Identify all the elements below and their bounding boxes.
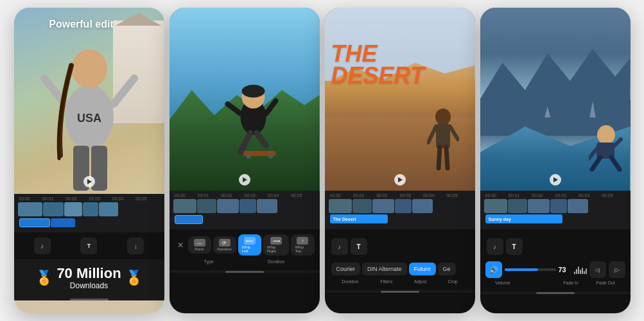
card3-photo: Add text and overlays THEDESERT (325, 8, 475, 191)
label-volume-4: Volume (495, 281, 510, 285)
font-ge[interactable]: Ge (438, 263, 456, 275)
tl-num-3: 00:03 (89, 196, 112, 201)
c2-blue-clip[interactable] (175, 215, 203, 224)
card1-toolbar: ♪ T ↓ (14, 232, 164, 259)
c2-num-2: 00:02 (221, 193, 244, 198)
c3-num-3: 00:03 (399, 193, 422, 198)
music-bar[interactable]: Sunny day (485, 214, 562, 223)
laurel-left-icon: 🏅 (35, 270, 53, 286)
font-futuro[interactable]: Futuro (409, 263, 436, 275)
svg-line-28 (611, 157, 620, 169)
label-duration-3: Duration (342, 279, 358, 284)
volume-slider[interactable] (505, 268, 556, 271)
c4-clip-4[interactable] (550, 199, 567, 213)
duration-label: Duration (268, 259, 284, 264)
volume-icon[interactable]: 🔊 (485, 261, 502, 278)
music-icon-4[interactable]: ♪ (487, 238, 503, 255)
c4-clip-2[interactable] (508, 199, 527, 213)
c2-num-1: 00:01 (198, 193, 221, 198)
clip-2[interactable] (43, 202, 64, 216)
laurel-right-icon: 🏅 (125, 270, 143, 286)
clip-1[interactable] (18, 202, 42, 216)
card1-photo: Powerful editing USA (14, 8, 164, 194)
card1-play-button[interactable] (83, 176, 95, 187)
c3-clip-2[interactable] (352, 199, 372, 213)
phone-card-3: Add text and overlays THEDESERT (325, 8, 475, 313)
clip-3[interactable] (64, 202, 82, 216)
text-icon-4[interactable]: T (506, 238, 523, 255)
label-fadeout-4: Fade Out (596, 281, 615, 285)
c2-clip-5[interactable] (257, 199, 277, 213)
c3-clip-1[interactable] (329, 199, 352, 213)
type-label: Type (204, 259, 214, 264)
svg-point-17 (435, 108, 451, 125)
fade-in-icon[interactable]: ◁| (589, 261, 606, 278)
whipright-icon: ⟶ (270, 237, 282, 245)
card2-clips (172, 199, 317, 213)
volume-number: 73 (559, 266, 571, 273)
card3-clips (327, 199, 473, 213)
c2-clip-4[interactable] (239, 199, 256, 213)
card2-photo: Pick your favorite moments (170, 8, 320, 191)
text-icon-3[interactable]: T (351, 238, 367, 255)
card4-play-button[interactable] (550, 174, 561, 186)
waveform-icon (574, 265, 587, 274)
tl-num-0: 00:00 (19, 196, 42, 201)
c2-clip-3[interactable] (217, 199, 239, 213)
blue-clip-2[interactable] (51, 218, 75, 227)
c4-num-4: 00:04 (579, 193, 602, 198)
c3-clip-4[interactable] (395, 199, 412, 213)
c4-clip-3[interactable] (528, 199, 550, 213)
download-tool-icon[interactable]: ↓ (127, 238, 144, 254)
phone-card-4: Add music and sound effects (480, 8, 631, 313)
c2-clip-1[interactable] (173, 199, 196, 213)
play-icon (87, 179, 92, 184)
phone-card-2: Pick your favorite moments (170, 8, 320, 313)
close-button[interactable]: ✕ (175, 238, 186, 252)
transition-whipleft[interactable]: ⟵ Whip Left (238, 234, 262, 256)
c3-clip-3[interactable] (372, 199, 394, 213)
c4-clip-5[interactable] (568, 199, 588, 213)
card2-play-button[interactable] (239, 174, 250, 186)
tl-num-5: 00:05 (135, 196, 159, 201)
c3-num-4: 00:04 (423, 193, 446, 198)
tl-num-2: 00:02 (65, 196, 89, 201)
tl-num-1: 00:01 (42, 196, 65, 201)
clip-4[interactable] (83, 202, 98, 216)
blue-clip-1[interactable] (19, 218, 50, 227)
whipleft-icon: ⟵ (244, 237, 256, 245)
font-courier[interactable]: Courier (331, 263, 361, 275)
svg-line-12 (240, 133, 250, 152)
svg-point-9 (241, 85, 265, 98)
c2-num-4: 00:04 (268, 193, 291, 198)
transition-whipright[interactable]: ⟶ Whip Right (263, 234, 289, 256)
desert-text-bar[interactable]: The Desert (330, 214, 388, 223)
music-tool-icon[interactable]: ♪ (34, 238, 51, 254)
transition-random[interactable]: ⟳ Random (213, 236, 236, 254)
skater (224, 82, 282, 165)
volume-row: 🔊 73 ◁| |▷ (483, 260, 628, 279)
card3-play-button[interactable] (394, 174, 406, 186)
card4-timeline: 00:00 00:01 00:02 00:03 00:04 00:05 Sunn… (480, 191, 631, 229)
text-tool-icon[interactable]: T (80, 238, 97, 254)
c3-clip-5[interactable] (412, 199, 433, 213)
card3-font-toolbar: ♪ T Courier DIN Alternate Futuro Ge Dura… (325, 229, 475, 290)
svg-line-21 (439, 147, 440, 168)
c2-clip-2[interactable] (197, 199, 216, 213)
label-crop-3: Crop (448, 279, 458, 284)
card2-timeline: 00:00 00:01 00:02 00:03 00:04 00:05 (170, 191, 320, 229)
c4-num-3: 00:03 (555, 193, 578, 198)
fade-out-icon[interactable]: |▷ (609, 261, 625, 278)
clip-5[interactable] (99, 202, 118, 216)
card4-clips (483, 199, 628, 213)
transition-none[interactable]: — None (188, 236, 211, 254)
card3-timeline: 00:00 00:01 00:02 00:03 00:04 00:05 The … (325, 191, 475, 229)
c4-clip-1[interactable] (484, 199, 507, 213)
volume-fill (505, 268, 538, 271)
downloads-number: 70 Million (57, 266, 121, 281)
transition-whiptop[interactable]: ↑ Whip Top (291, 234, 314, 256)
font-din[interactable]: DIN Alternate (362, 263, 407, 275)
svg-line-27 (592, 157, 600, 169)
music-icon-3[interactable]: ♪ (331, 238, 348, 255)
card1-timeline: 00:00 00:01 00:02 00:03 00:04 00:05 (14, 194, 164, 232)
